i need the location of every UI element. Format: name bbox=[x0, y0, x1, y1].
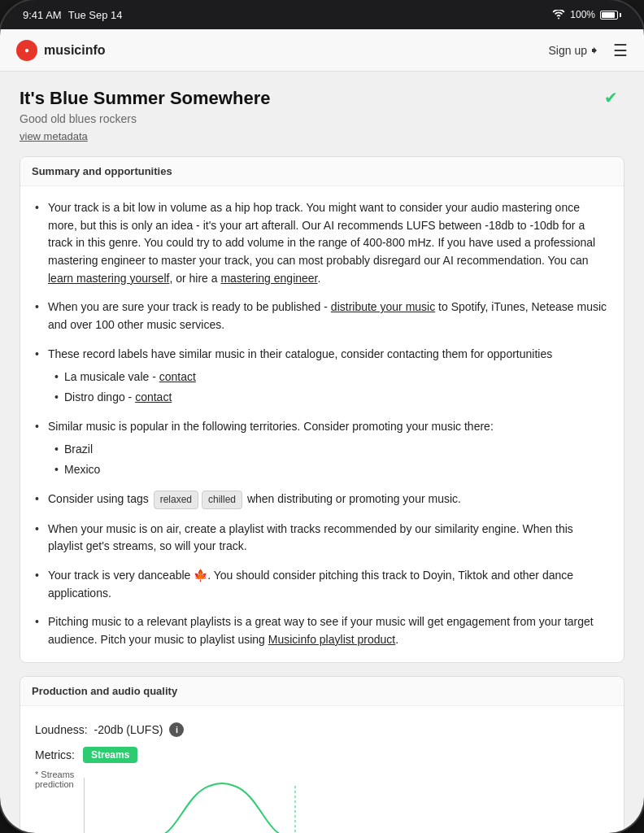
la-musicale-contact-link[interactable]: contact bbox=[159, 370, 196, 383]
streams-badge[interactable]: Streams bbox=[83, 747, 137, 763]
loudness-row: Loudness: -20db (LUFS) i bbox=[35, 722, 609, 737]
status-bar: 9:41 AM Tue Sep 14 100% bbox=[0, 0, 644, 29]
territory-mexico: Mexico bbox=[48, 461, 609, 479]
distribute-music-link[interactable]: distribute your music bbox=[331, 300, 435, 313]
battery-percent: 100% bbox=[570, 9, 595, 20]
status-right: 100% bbox=[552, 9, 621, 20]
streams-chart bbox=[84, 778, 360, 833]
learn-mastering-link[interactable]: learn mastering yourself bbox=[48, 272, 169, 285]
menu-button[interactable]: ☰ bbox=[613, 41, 628, 60]
summary-bullet-list: Your track is a bit low in volume as a h… bbox=[35, 199, 609, 649]
track-subtitle: Good old blues rockers bbox=[20, 112, 624, 125]
navbar-logo: ● musicinfo bbox=[16, 40, 106, 61]
summary-card-header: Summary and opportunities bbox=[20, 157, 624, 186]
device-frame: 9:41 AM Tue Sep 14 100% ● musicinfo bbox=[0, 0, 644, 833]
playlist-product-link[interactable]: Musicinfo playlist product bbox=[268, 633, 395, 646]
status-left: 9:41 AM Tue Sep 14 bbox=[23, 9, 122, 21]
wifi-icon bbox=[552, 10, 565, 20]
logo-icon: ● bbox=[16, 40, 37, 61]
production-card: Production and audio quality Loudness: -… bbox=[20, 676, 624, 833]
loudness-label: Loudness: bbox=[35, 723, 88, 736]
chart-area: * Streamsprediction bbox=[35, 770, 609, 833]
navbar-right: Sign up ☰ bbox=[549, 41, 628, 60]
tag-relaxed: relaxed bbox=[154, 491, 198, 509]
track-header: It's Blue Summer Somewhere Good old blue… bbox=[20, 88, 624, 143]
info-icon[interactable]: i bbox=[169, 722, 184, 737]
metrics-row: Metrics: Streams bbox=[35, 747, 609, 763]
logo-text: musicinfo bbox=[44, 43, 106, 58]
production-card-body: Loudness: -20db (LUFS) i Metrics: Stream… bbox=[20, 709, 624, 833]
verified-check-icon: ✔ bbox=[604, 88, 618, 107]
distro-dingo-contact-link[interactable]: contact bbox=[135, 390, 172, 403]
record-labels-list: La musicale vale - contact Distro dingo … bbox=[48, 369, 609, 407]
bullet-7: Your track is very danceable 🍁. You shou… bbox=[35, 567, 609, 602]
chart-label: * Streamsprediction bbox=[35, 770, 74, 789]
label-item-2: Distro dingo - contact bbox=[48, 389, 609, 407]
label-item-1: La musicale vale - contact bbox=[48, 369, 609, 386]
tag-chilled: chilled bbox=[202, 491, 242, 509]
loudness-value: -20db (LUFS) bbox=[94, 723, 163, 736]
production-card-header: Production and audio quality bbox=[20, 677, 624, 706]
signup-button[interactable]: Sign up bbox=[549, 44, 600, 57]
track-title: It's Blue Summer Somewhere bbox=[20, 88, 624, 109]
battery-icon bbox=[600, 11, 621, 20]
bullet-8: Pitching music to a relevant playlists i… bbox=[35, 613, 609, 648]
summary-card-body: Your track is a bit low in volume as a h… bbox=[20, 186, 624, 662]
metrics-label: Metrics: bbox=[35, 748, 75, 761]
time: 9:41 AM bbox=[23, 9, 62, 21]
mastering-engineer-link[interactable]: mastering engineer bbox=[220, 272, 317, 285]
bullet-2: When you are sure your track is ready to… bbox=[35, 299, 609, 334]
bullet-3: These record labels have similar music i… bbox=[35, 346, 609, 407]
view-metadata-link[interactable]: view metadata bbox=[20, 130, 88, 142]
bullet-4: Similar music is popular in the followin… bbox=[35, 418, 609, 479]
summary-card: Summary and opportunities Your track is … bbox=[20, 156, 624, 663]
navbar: ● musicinfo Sign up ☰ bbox=[0, 29, 644, 72]
date: Tue Sep 14 bbox=[68, 9, 123, 21]
signin-arrow-icon bbox=[590, 46, 600, 55]
territories-list: Brazil Mexico bbox=[48, 441, 609, 479]
bullet-1: Your track is a bit low in volume as a h… bbox=[35, 199, 609, 287]
main-content: It's Blue Summer Somewhere Good old blue… bbox=[0, 72, 644, 833]
bullet-5: Consider using tags relaxedchilled when … bbox=[35, 491, 609, 509]
bullet-6: When your music is on air, create a play… bbox=[35, 521, 609, 556]
territory-brazil: Brazil bbox=[48, 441, 609, 459]
